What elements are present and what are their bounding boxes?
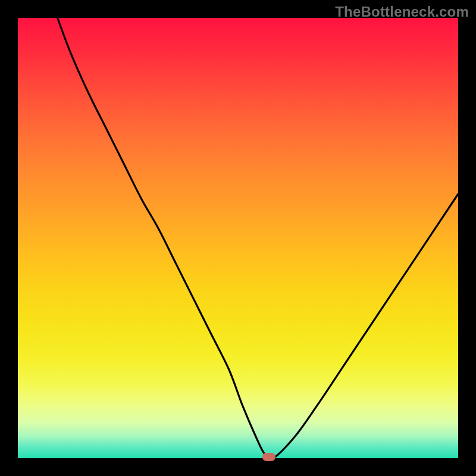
chart-frame: TheBottleneck.com: [0, 0, 476, 476]
optimal-point-marker: [262, 453, 275, 461]
bottleneck-curve: [18, 18, 458, 458]
curve-path: [58, 18, 458, 458]
heatmap-background: [18, 18, 458, 458]
